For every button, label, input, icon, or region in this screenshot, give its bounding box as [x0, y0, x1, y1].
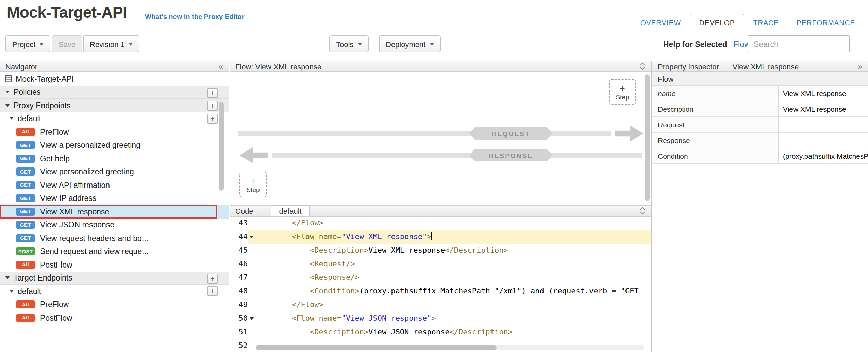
save-button[interactable]: Save	[52, 35, 82, 52]
code-token: </Flow>	[256, 300, 323, 309]
code-editor[interactable]: 43 </Flow>44 <Flow name="View XML respon…	[230, 217, 651, 352]
flow-scrollbar[interactable]	[645, 74, 650, 201]
navigator-flow-view-personalized-greeting[interactable]: GETView personalized greeting	[0, 165, 229, 178]
property-value[interactable]	[779, 117, 868, 132]
project-button[interactable]: Project	[5, 35, 51, 52]
whats-new-link[interactable]: What's new in the Proxy Editor	[145, 13, 245, 20]
property-value[interactable]	[779, 133, 868, 148]
tab-trace[interactable]: TRACE	[745, 14, 788, 31]
flow-label: View a personalized greeting	[40, 141, 140, 149]
flow-label: View API affirmation	[40, 181, 110, 189]
fold-zone[interactable]	[248, 230, 256, 244]
navigator-flow-get-help[interactable]: GETGet help	[0, 152, 229, 165]
navigator-section-proxy-endpoints[interactable]: Proxy Endpoints+	[0, 99, 229, 112]
request-banner-label: REQUEST	[492, 130, 530, 137]
navigator-flow-preflow[interactable]: AllPreFlow	[0, 298, 229, 311]
navigator-flow-view-ip-address[interactable]: GETView IP address	[0, 192, 229, 205]
code-token: <Request/>	[256, 259, 355, 268]
navigator-flow-view-request-headers-and-bo[interactable]: GETView request headers and bo...	[0, 231, 229, 245]
line-number: 51	[230, 325, 248, 339]
plus-icon: +	[620, 83, 625, 92]
revision-button[interactable]: Revision 1	[83, 35, 140, 52]
add-step-button-response[interactable]: + Step	[239, 172, 267, 197]
code-line-51[interactable]: 51 <Description>View JSON response</Desc…	[230, 325, 651, 339]
code-line-46[interactable]: 46 <Request/>	[230, 257, 651, 271]
method-badge-all: All	[16, 261, 35, 269]
navigator-flow-view-a-personalized-greeting[interactable]: GETView a personalized greeting	[0, 139, 229, 152]
navigator-subsection-default[interactable]: default+	[0, 112, 229, 125]
code-line-43[interactable]: 43 </Flow>	[230, 217, 651, 230]
expand-inspector-icon[interactable]: »	[858, 62, 863, 70]
code-token: View XML response	[368, 246, 445, 255]
plus-icon: +	[250, 176, 255, 185]
add-button[interactable]: +	[207, 87, 218, 98]
add-step-button-request[interactable]: + Step	[609, 79, 636, 105]
code-text: </Flow>	[256, 217, 651, 230]
line-number: 46	[230, 257, 248, 271]
code-lines: 43 </Flow>44 <Flow name="View XML respon…	[230, 217, 651, 352]
code-line-49[interactable]: 49 </Flow>	[230, 298, 651, 312]
tools-button[interactable]: Tools	[329, 35, 368, 52]
navigator-flow-preflow[interactable]: AllPreFlow	[0, 125, 229, 139]
navigator-flow-view-xml-response[interactable]: GETView XML response	[0, 205, 229, 218]
navigator-flow-view-api-affirmation[interactable]: GETView API affirmation	[0, 178, 229, 192]
add-button[interactable]: +	[207, 101, 218, 111]
navigator-items: Mock-Target-APIPolicies+Proxy Endpoints+…	[0, 72, 229, 324]
navigator-panel: Navigator « Mock-Target-APIPolicies+Prox…	[0, 61, 229, 352]
code-panel-collapse-icon[interactable]	[641, 208, 646, 214]
code-line-47[interactable]: 47 <Response/>	[230, 271, 651, 285]
section-label: Policies	[14, 88, 40, 96]
code-horizontal-scrollbar-thumb[interactable]	[256, 345, 497, 350]
fold-zone[interactable]	[248, 312, 256, 325]
page-title: Mock-Target-API	[7, 3, 127, 22]
flow-label: PreFlow	[40, 301, 69, 309]
property-value[interactable]: (proxy.pathsuffix MatchesPath "/x	[779, 148, 868, 163]
navigator-item-mock-target-api[interactable]: Mock-Target-API	[0, 72, 229, 85]
navigator-section-target-endpoints[interactable]: Target Endpoints+	[0, 271, 229, 285]
tab-performance[interactable]: PERFORMANCE	[788, 14, 864, 31]
add-button[interactable]: +	[207, 286, 218, 296]
code-token: <Flow name=	[256, 232, 341, 241]
code-tab-default[interactable]: default	[271, 205, 310, 216]
navigator-flow-send-request-and-view-reque[interactable]: POSTSend request and view reque...	[0, 245, 229, 258]
method-badge-get: GET	[16, 181, 35, 189]
caret-down-icon	[430, 43, 434, 45]
navigator-subsection-default[interactable]: default+	[0, 285, 229, 298]
property-row-description: DescriptionView XML response	[652, 101, 868, 117]
property-label: Response	[652, 133, 779, 148]
step-label: Step	[246, 186, 260, 193]
fold-zone	[248, 339, 256, 352]
property-value[interactable]: View XML response	[779, 86, 868, 101]
flow-label: Get help	[40, 155, 70, 163]
tab-develop[interactable]: DEVELOP	[690, 14, 745, 31]
subsection-label: default	[18, 287, 41, 295]
fold-zone	[248, 325, 256, 339]
code-token: </Flow>	[256, 219, 323, 227]
navigator-flow-postflow[interactable]: AllPostFlow	[0, 311, 229, 324]
text-cursor	[432, 232, 432, 240]
property-row-name: nameView XML response	[652, 86, 868, 101]
fold-zone	[248, 217, 256, 230]
revision-button-label: Revision 1	[90, 40, 125, 48]
toolbar: Project Save Revision 1 Tools Deployment…	[0, 35, 868, 53]
navigator-scrollbar[interactable]	[219, 102, 224, 191]
deployment-button[interactable]: Deployment	[379, 35, 440, 52]
add-button[interactable]: +	[207, 273, 218, 284]
method-badge-get: GET	[16, 208, 35, 216]
flow-panel-collapse-icon[interactable]	[641, 63, 646, 69]
tab-overview[interactable]: OVERVIEW	[632, 14, 690, 31]
code-line-45[interactable]: 45 <Description>View XML response</Descr…	[230, 244, 651, 257]
search-input[interactable]	[748, 35, 850, 52]
property-value[interactable]: View XML response	[779, 101, 868, 116]
code-line-48[interactable]: 48 <Condition>(proxy.pathsuffix MatchesP…	[230, 285, 651, 298]
code-line-50[interactable]: 50 <Flow name="View JSON response">	[230, 312, 651, 325]
code-line-44[interactable]: 44 <Flow name="View XML response">	[230, 230, 651, 244]
section-label: Target Endpoints	[14, 274, 72, 282]
navigator-flow-postflow[interactable]: AllPostFlow	[0, 258, 229, 271]
navigator-section-policies[interactable]: Policies+	[0, 85, 229, 99]
add-button[interactable]: +	[207, 113, 218, 124]
flow-label: View IP address	[40, 194, 96, 203]
navigator-flow-view-json-response[interactable]: GETView JSON response	[0, 218, 229, 231]
request-line	[238, 131, 611, 136]
collapse-navigator-icon[interactable]: «	[219, 62, 223, 70]
